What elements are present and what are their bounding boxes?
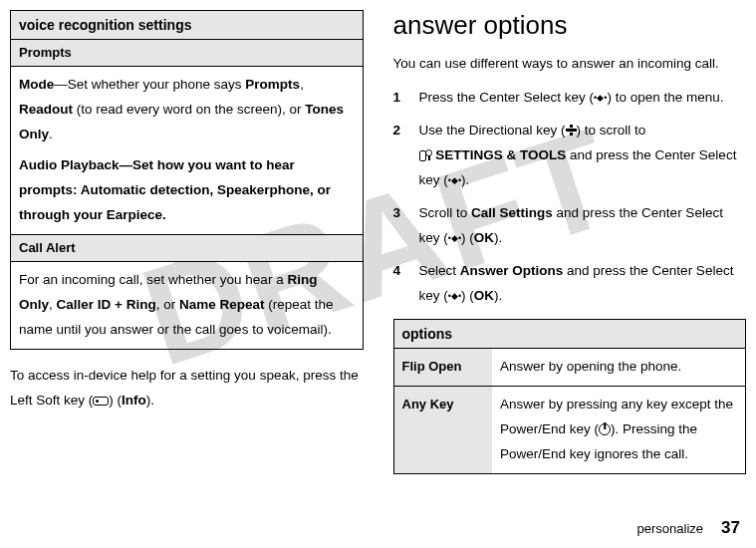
directional-key-icon xyxy=(566,125,577,136)
footer-page-number: 37 xyxy=(721,518,740,537)
namerepeat-label: Name Repeat xyxy=(179,297,265,312)
t: ) ( xyxy=(461,288,474,303)
t: ). xyxy=(494,230,502,245)
options-header: options xyxy=(393,319,746,348)
answer-options-heading: answer options xyxy=(393,10,747,41)
settings-tools-label: SETTINGS & TOOLS xyxy=(435,147,566,162)
right-column: answer options You can use different way… xyxy=(393,10,747,474)
step-2: 2 Use the Directional key () to scroll t… xyxy=(393,119,747,193)
callalert-subhead: Call Alert xyxy=(11,235,364,262)
steps-list: 1 Press the Center Select key (•◆•) to o… xyxy=(393,86,747,309)
t: ) ( xyxy=(461,230,474,245)
any-key-desc: Answer by pressing any key except the Po… xyxy=(492,386,746,473)
callalert-body: For an incoming call, set whether you he… xyxy=(11,262,364,350)
ok-label: OK xyxy=(474,288,494,303)
t: Use the Directional key ( xyxy=(419,123,566,137)
center-select-icon: •◆• xyxy=(594,90,607,107)
any-key-label: Any Key xyxy=(393,386,492,473)
ok-label: OK xyxy=(474,230,494,245)
page-footer: personalize37 xyxy=(637,518,740,538)
center-select-icon: •◆• xyxy=(448,230,461,247)
prompts-body: Mode—Set whether your phone says Prompts… xyxy=(11,67,364,235)
power-end-key-icon xyxy=(599,423,611,435)
center-select-icon: •◆• xyxy=(448,172,461,189)
step-number: 1 xyxy=(393,86,419,111)
vr-header: voice recognition settings xyxy=(11,11,364,40)
center-select-icon: •◆• xyxy=(448,288,461,305)
answer-options-label: Answer Options xyxy=(460,263,564,278)
voice-recognition-table: voice recognition settings Prompts Mode—… xyxy=(10,10,364,350)
t: (to read every word on the screen), or xyxy=(73,102,305,117)
callerid-label: Caller ID + Ring xyxy=(57,297,156,312)
prompts-label: Prompts xyxy=(245,77,300,92)
help-paragraph: To access in-device help for a setting y… xyxy=(10,364,364,413)
t: , or xyxy=(156,297,179,312)
t: Select xyxy=(419,263,460,278)
left-column: voice recognition settings Prompts Mode—… xyxy=(10,10,364,474)
t: ) to scroll to xyxy=(577,123,646,137)
readout-label: Readout xyxy=(19,102,73,117)
mode-label: Mode xyxy=(19,77,54,92)
step-number: 4 xyxy=(393,259,419,309)
t: ) to open the menu. xyxy=(607,90,723,105)
t: Press the Center Select key ( xyxy=(419,90,595,105)
t: ). xyxy=(146,393,154,408)
t: Scroll to xyxy=(419,205,472,220)
step-4: 4 Select Answer Options and press the Ce… xyxy=(393,259,747,309)
audio-playback-line: Audio Playback—Set how you want to hear … xyxy=(19,157,331,222)
info-label: Info xyxy=(122,393,146,408)
step-number: 2 xyxy=(393,119,419,193)
prompts-subhead: Prompts xyxy=(11,40,364,67)
t: To access in-device help for a setting y… xyxy=(10,368,359,408)
t: ). xyxy=(494,288,502,303)
step-3: 3 Scroll to Call Settings and press the … xyxy=(393,201,747,251)
t: —Set whether your phone says xyxy=(54,77,245,92)
answer-options-lead: You can use different ways to answer an … xyxy=(393,53,747,76)
step-1: 1 Press the Center Select key (•◆•) to o… xyxy=(393,86,747,111)
settings-tools-icon xyxy=(419,149,432,160)
t: ). xyxy=(461,172,469,187)
options-table: options Flip Open Answer by opening the … xyxy=(393,319,747,474)
footer-section: personalize xyxy=(637,521,704,536)
step-number: 3 xyxy=(393,201,419,251)
page-content: voice recognition settings Prompts Mode—… xyxy=(0,0,756,474)
t: ) ( xyxy=(109,393,122,408)
left-soft-key-icon xyxy=(93,397,109,406)
flip-open-label: Flip Open xyxy=(393,348,492,386)
flip-open-desc: Answer by opening the phone. xyxy=(492,348,746,386)
call-settings-label: Call Settings xyxy=(471,205,553,220)
t: For an incoming call, set whether you he… xyxy=(19,272,287,287)
